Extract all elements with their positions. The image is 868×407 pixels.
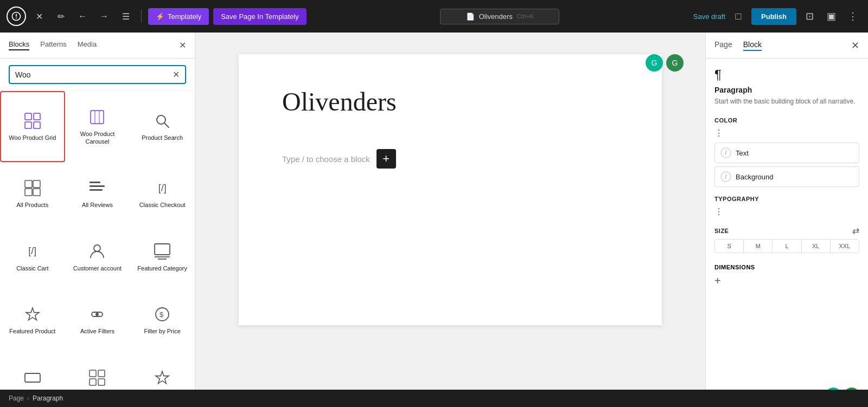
tab-block[interactable]: Block: [743, 40, 762, 51]
add-block-button[interactable]: +: [376, 149, 396, 169]
block-placeholder: Type / to choose a block +: [282, 149, 618, 169]
text-color-label: Text: [736, 149, 749, 157]
sidebar-icon[interactable]: ▣: [822, 8, 840, 25]
block-item-featured-category[interactable]: Featured Category: [130, 225, 195, 288]
redo-button[interactable]: →: [95, 8, 113, 25]
toolbar-right: Save draft □ Publish ⊡ ▣ ⋮: [693, 8, 861, 25]
block-item-active-filters[interactable]: Active Filters: [65, 288, 130, 352]
sidebar-close-button[interactable]: ✕: [179, 40, 186, 50]
product-search-label: Product Search: [142, 134, 183, 141]
sidebar-tabs: Blocks Patterns Media ✕: [0, 33, 195, 59]
save-page-templately-button[interactable]: Save Page In Templately: [213, 8, 307, 25]
customer-account-label: Customer account: [73, 264, 122, 272]
size-xl-button[interactable]: XL: [802, 240, 831, 253]
classic-cart-label: Classic Cart: [16, 264, 48, 272]
tab-media[interactable]: Media: [78, 40, 97, 50]
right-sidebar-close-button[interactable]: ✕: [851, 40, 859, 51]
separator-1: [141, 10, 142, 23]
size-section: SIZE ⇄ S M L XL XXL: [714, 225, 859, 253]
save-draft-button[interactable]: Save draft: [693, 12, 725, 21]
featured-product-icon: [23, 305, 42, 324]
block-item-customer-account[interactable]: Customer account: [65, 225, 130, 288]
typography-section-title: Typography: [714, 196, 859, 202]
svg-rect-15: [90, 189, 103, 191]
block-item-all-products[interactable]: All Products: [0, 162, 65, 225]
right-sidebar: Page Block ✕ ¶ Paragraph Start with the …: [705, 33, 868, 407]
undo-button[interactable]: ←: [74, 8, 91, 25]
woo-product-grid-label: Woo Product Grid: [9, 134, 56, 141]
block-item-woo-product-carousel[interactable]: Woo Product Carousel: [65, 91, 130, 162]
block-item-classic-checkout[interactable]: [/] Classic Checkout: [130, 162, 195, 225]
block-item-filter-by-price[interactable]: $ Filter by Price: [130, 288, 195, 352]
tab-patterns[interactable]: Patterns: [40, 40, 66, 50]
svg-rect-9: [25, 180, 32, 188]
edit-icon[interactable]: ✏: [52, 8, 69, 25]
featured-category-label: Featured Category: [137, 264, 187, 272]
settings-icon[interactable]: ⊡: [801, 8, 818, 25]
featured-product-label: Featured Product: [9, 327, 55, 335]
svg-point-16: [94, 245, 100, 251]
filter-by-price-icon: $: [152, 305, 172, 324]
canvas: Olivenders Type / to choose a block + G …: [195, 33, 705, 407]
typography-options-more[interactable]: ⋮: [714, 206, 859, 217]
grammarly-icon-2[interactable]: G: [666, 54, 684, 72]
dimensions-add-button[interactable]: +: [714, 275, 721, 287]
dimensions-label: Dimensions: [714, 264, 859, 270]
grammarly-icon-1[interactable]: G: [646, 54, 663, 72]
search-clear-button[interactable]: ✕: [173, 69, 180, 80]
size-xxl-button[interactable]: XXL: [831, 240, 859, 253]
left-sidebar: Blocks Patterns Media ✕ ✕: [0, 33, 195, 407]
color-options-more[interactable]: ⋮: [714, 128, 859, 138]
page-name-pill[interactable]: 📄 Olivenders Ctrl+K: [440, 9, 559, 24]
search-box-wrap: ✕: [0, 59, 195, 91]
size-s-button[interactable]: S: [715, 240, 744, 253]
size-m-button[interactable]: M: [744, 240, 773, 253]
more-options-icon[interactable]: ⋮: [844, 8, 861, 25]
block-item-classic-cart[interactable]: [/] Classic Cart: [0, 225, 65, 288]
breadcrumb-separator: ›: [27, 395, 29, 402]
svg-point-19: [95, 313, 99, 316]
filter-by-price-label: Filter by Price: [144, 327, 181, 335]
placeholder-text: Type / to choose a block: [282, 154, 370, 164]
block-14-icon: [87, 368, 107, 387]
breadcrumb-page[interactable]: Page: [9, 395, 24, 402]
svg-rect-25: [90, 379, 96, 385]
templately-button[interactable]: ⚡ Templately: [148, 8, 209, 25]
svg-rect-0: [25, 113, 31, 120]
all-products-label: All Products: [16, 201, 48, 209]
block-item-woo-product-grid[interactable]: Woo Product Grid: [0, 91, 65, 162]
customer-account-icon: [87, 242, 107, 261]
block-item-all-reviews[interactable]: All Reviews: [65, 162, 130, 225]
templately-label: Templately: [168, 12, 201, 21]
color-option-background[interactable]: / Background: [714, 166, 859, 187]
color-option-text[interactable]: / Text: [714, 143, 859, 163]
featured-category-icon: [152, 242, 172, 261]
svg-rect-3: [34, 122, 40, 128]
svg-rect-17: [155, 244, 170, 255]
list-view-button[interactable]: ☰: [117, 8, 135, 25]
preview-icon[interactable]: □: [730, 8, 747, 25]
svg-rect-13: [90, 182, 100, 183]
classic-checkout-icon: [/]: [152, 178, 172, 198]
publish-button[interactable]: Publish: [751, 8, 796, 25]
tab-blocks[interactable]: Blocks: [9, 40, 29, 50]
breadcrumb-current: Paragraph: [33, 395, 63, 402]
close-button[interactable]: ✕: [30, 8, 48, 25]
wp-logo[interactable]: [7, 7, 26, 26]
bottom-bar: Page › Paragraph: [0, 390, 868, 407]
search-input[interactable]: [15, 70, 168, 79]
block-info: ¶ Paragraph Start with the basic buildin…: [714, 67, 859, 106]
block-item-product-search[interactable]: Product Search: [130, 91, 195, 162]
product-search-icon: [152, 111, 172, 131]
svg-rect-24: [98, 370, 105, 377]
woo-product-grid-icon: [23, 111, 42, 131]
block-info-desc: Start with the basic building block of a…: [714, 96, 859, 106]
right-sidebar-tabs: Page Block ✕: [706, 33, 868, 59]
woo-product-carousel-icon: [87, 107, 107, 127]
tab-page[interactable]: Page: [714, 40, 732, 51]
size-adjust-icon[interactable]: ⇄: [852, 225, 859, 236]
classic-checkout-label: Classic Checkout: [139, 201, 186, 209]
size-l-button[interactable]: L: [773, 240, 801, 253]
block-item-featured-product[interactable]: Featured Product: [0, 288, 65, 352]
search-box: ✕: [9, 65, 186, 84]
